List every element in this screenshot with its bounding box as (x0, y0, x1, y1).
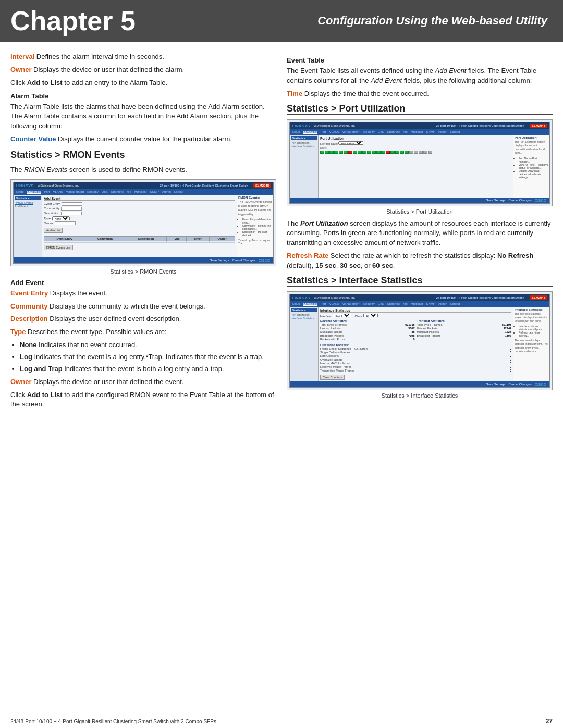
iface-caption: Statistics > Interface Statistics (287, 392, 553, 399)
port-sidebar-item[interactable]: Port Utilization (291, 141, 317, 144)
sidebar-rmon-events[interactable]: RMON Events (15, 201, 41, 204)
bullet-none-label: None (20, 341, 37, 349)
rp-label: Received Pause Frames (320, 365, 351, 368)
clear-counters-button[interactable]: Clear Counters (320, 375, 345, 380)
port-model-badge: SLM2048 (530, 124, 547, 128)
port-nav-spanning[interactable]: Spanning Tree (387, 130, 408, 134)
port-nav-logout[interactable]: Logout (450, 130, 460, 134)
nav-snmp[interactable]: SNMP (150, 190, 159, 194)
nav-security[interactable]: Security (87, 190, 99, 194)
add-to-list-bold: Add to List (27, 79, 63, 87)
type-term: Type (10, 328, 26, 336)
th-community: Community (85, 236, 126, 241)
nav-multicast[interactable]: Multicast (134, 190, 147, 194)
iface-cancel[interactable]: Cancel Changes (508, 382, 531, 386)
port-util-paragraph: The Port Utilization screen displays the… (287, 219, 553, 249)
iface-nav-statistics[interactable]: Statistics (303, 302, 317, 306)
nav-setup[interactable]: Setup (16, 190, 24, 194)
cancel-changes-link[interactable]: Cancel Changes (232, 258, 255, 262)
nav-spanning[interactable]: Spanning Tree (111, 190, 131, 194)
nav-qos[interactable]: QoS (102, 190, 108, 194)
rmon-events-title: Add Event (44, 196, 235, 201)
nav-management[interactable]: Management (66, 190, 84, 194)
nav-vlans[interactable]: VLANs (53, 190, 63, 194)
iface-nav-port[interactable]: Port (320, 302, 326, 306)
bullet-log: Log Indicates that the event is a log en… (20, 352, 276, 362)
iface-nav-security[interactable]: Security (363, 302, 375, 306)
sidebar-statistics: Statistics (15, 196, 41, 200)
port-sidebar: Statistics Port Utilization Interface St… (290, 135, 319, 198)
iface-nav-qos[interactable]: QoS (378, 302, 384, 306)
owner-input[interactable] (55, 221, 76, 225)
iface-refresh-desc: The interface displays statistics in tab… (515, 339, 548, 354)
nav-port[interactable]: Port (44, 190, 50, 194)
page-header: Chapter 5 Configuration Using the Web-ba… (0, 0, 563, 42)
community-label-sim: Community (44, 207, 59, 210)
event-entry-input[interactable] (62, 202, 82, 206)
port-cancel-changes[interactable]: Cancel Changes (508, 199, 531, 202)
iface-nav-vlans[interactable]: VLANs (329, 302, 339, 306)
community-term: Community (10, 302, 48, 310)
add-to-list-button[interactable]: Add to List (44, 228, 63, 233)
rp-val: 0 (510, 365, 511, 368)
linksys-sidebar: Statistics RMON Events Add Event (14, 195, 42, 257)
port-list-1: Port No. — Port number... (519, 157, 548, 163)
description-input[interactable] (61, 212, 82, 215)
iface-nav-mgmt[interactable]: Management (342, 302, 360, 306)
community-row: Community (44, 207, 235, 211)
bullet-log-label: Log (20, 353, 32, 361)
port-refresh-select[interactable]: No Refresh (338, 141, 363, 145)
type-select[interactable]: None (52, 216, 70, 220)
iface-nav-spanning[interactable]: Spanning Tree (387, 302, 408, 306)
port-nav-mgmt[interactable]: Management (342, 130, 360, 134)
port-nav-setup[interactable]: Setup (292, 130, 300, 134)
save-settings-link[interactable]: Save Settings (210, 258, 229, 262)
counter-value-text: Displays the current counter value for t… (56, 135, 231, 143)
stats-port-heading: Statistics > Port Utilization (287, 103, 553, 115)
lc-label: Late Collisions (320, 354, 339, 357)
rmon-events-table: Event Entry Community Description Type T… (44, 236, 235, 243)
port-save-settings[interactable]: Save Settings (486, 199, 505, 202)
refresh-t4: , or (361, 262, 372, 269)
iface-nav-snmp[interactable]: SNMP (426, 302, 435, 306)
footer-page-number: 27 (546, 718, 553, 725)
td-2 (85, 241, 126, 242)
port-nav-snmp[interactable]: SNMP (426, 130, 435, 134)
broadcast-rx: Broadcast Packets7106 (320, 334, 415, 337)
iface-nav-admin[interactable]: Admin (438, 302, 447, 306)
port-nav-port[interactable]: Port (320, 130, 326, 134)
footer-left-text: 24/48-Port 10/100 + 4-Port Gigabit Resil… (10, 719, 216, 724)
port-sidebar-item2[interactable]: Interface Statistics (291, 145, 317, 148)
port-nav-qos[interactable]: QoS (378, 130, 384, 134)
iface-class-select[interactable]: All (363, 314, 378, 317)
bullet-none: None Indicates that no event occurred. (20, 340, 276, 350)
iface-select[interactable]: Port 1 (333, 314, 351, 317)
type-text: Describes the event type. Possible value… (26, 328, 166, 336)
port-nav-admin[interactable]: Admin (438, 130, 447, 134)
iface-bottom-bar: Save Settings Cancel Changes CISCO (290, 381, 549, 387)
unicast-tx: Unicast Packets12247 (417, 327, 512, 330)
iface-save[interactable]: Save Settings (486, 382, 505, 386)
tp-label: Transmitted Pause Frames (320, 369, 354, 372)
click-bold: Add to List (27, 391, 63, 399)
nav-admin[interactable]: Admin (162, 190, 171, 194)
iface-nav-logout[interactable]: Logout (450, 302, 460, 306)
port-13 (376, 151, 381, 154)
iface-nav-multicast[interactable]: Multicast (411, 302, 423, 306)
nav-logout[interactable]: Logout (174, 190, 183, 194)
td-4 (166, 241, 187, 242)
td-5 (187, 241, 210, 242)
port-nav-multicast[interactable]: Multicast (411, 130, 423, 134)
port-nav-vlans[interactable]: VLANs (329, 130, 339, 134)
iface-nav-setup[interactable]: Setup (292, 302, 300, 306)
port-nav-security[interactable]: Security (363, 130, 375, 134)
port-nav-statistics[interactable]: Statistics (303, 130, 317, 134)
sidebar-add-event[interactable]: Add Event (15, 205, 41, 208)
rmon-events-log-button[interactable]: RMON Events Log (44, 245, 73, 250)
iface-sidebar-1[interactable]: Port Utilization (291, 313, 317, 316)
nav-statistics[interactable]: Statistics (27, 190, 41, 194)
ut-val: 12247 (504, 327, 511, 330)
er-label: Packets with Errors (320, 338, 345, 341)
iface-sidebar-2[interactable]: Interface Statistics (291, 317, 317, 320)
community-input[interactable] (61, 207, 82, 211)
